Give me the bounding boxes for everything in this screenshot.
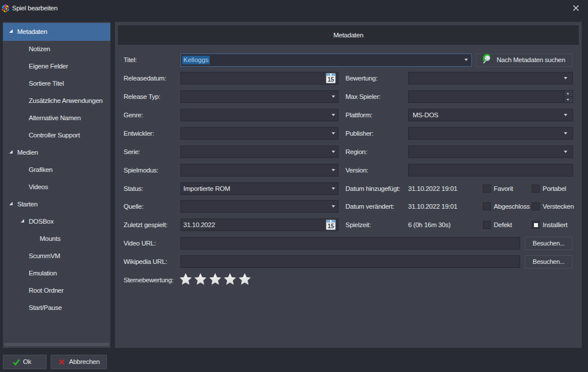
svg-text:15: 15 <box>328 76 335 83</box>
svg-text:15: 15 <box>328 223 335 229</box>
